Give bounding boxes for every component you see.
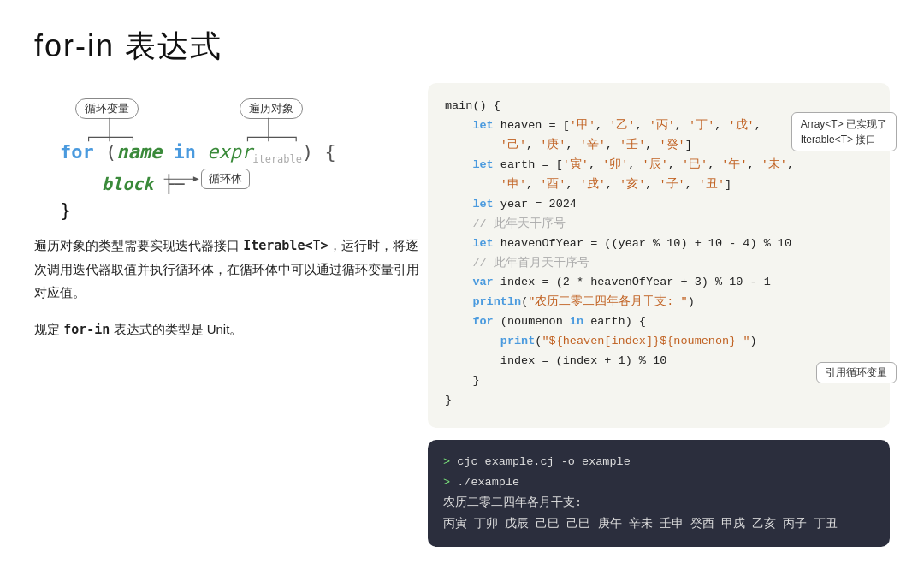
code-line-7: // 此年天干序号 [445,215,873,235]
for-keyword: for [60,141,94,163]
syntax-diagram: 循环变量 遍历对象 [34,83,419,220]
code-line-15: } [445,371,873,391]
code-line-16: } [445,391,873,411]
block-keyword: block [102,174,153,194]
expr-var: expr [207,141,252,163]
code-line-6: let year = 2024 [445,195,873,215]
code-line-14: index = (index + 1) % 10 [445,352,873,371]
terminal-output-2: 丙寅 丁卯 戊辰 己巳 己巳 庚午 辛未 壬申 癸酉 甲戌 乙亥 丙子 丁丑 [443,514,874,535]
code-line-5: '申', '酉', '戌', '亥', '子', '丑'] [445,175,873,195]
code-wrap: Array<T> 已实现了Iterable<T> 接口 引用循环变量 main(… [428,83,890,428]
name-var: name [116,141,162,163]
code-line-13: print("${heaven[index]}${noumenon} ") [445,332,873,352]
cite-loop-var-callout: 引用循环变量 [816,362,897,383]
page-container: for-in 表达式 循环变量 遍历对象 [0,0,924,564]
label-loop-body: 循环体 [201,169,250,189]
rule-text: 规定 for-in 表达式的类型是 Unit。 [34,318,419,341]
page-title: for-in 表达式 [34,26,890,68]
right-panel: Array<T> 已实现了Iterable<T> 接口 引用循环变量 main(… [428,83,890,547]
left-panel: 循环变量 遍历对象 [34,83,428,547]
block-statement: block ├─ [81,174,184,194]
array-iterable-annotation: Array<T> 已实现了Iterable<T> 接口 [791,112,897,151]
code-line-4: let earth = ['寅', '卯', '辰', '巳', '午', '未… [445,156,873,175]
in-keyword: in [173,141,196,163]
code-line-8: let heavenOfYear = ((year % 10) + 10 - 4… [445,235,873,254]
label-loop-var: 循环变量 [75,98,139,119]
code-line-9: // 此年首月天干序号 [445,254,873,274]
terminal-block: > cjc example.cj -o example > ./example … [428,440,890,547]
iterable-subscript: iterable [252,153,302,165]
terminal-output-1: 农历二零二四年各月干支: [443,493,874,514]
terminal-line-1: > cjc example.cj -o example [443,452,874,472]
code-line-12: for (noumenon in earth) { [445,312,873,332]
for-statement: for (name in expriterable) { [60,141,336,165]
label-traverse-obj: 遍历对象 [240,98,303,119]
code-line-11: println("农历二零二四年各月干支: ") [445,293,873,312]
main-content: 循环变量 遍历对象 [34,83,890,547]
description-para1: 遍历对象的类型需要实现迭代器接口 Iterable<T>，运行时，将逐次调用迭代… [34,234,419,304]
close-brace: } [60,199,71,221]
code-line-10: var index = (2 * heavenOfYear + 3) % 10 … [445,273,873,293]
terminal-line-2: > ./example [443,472,874,493]
svg-marker-3 [193,176,199,181]
